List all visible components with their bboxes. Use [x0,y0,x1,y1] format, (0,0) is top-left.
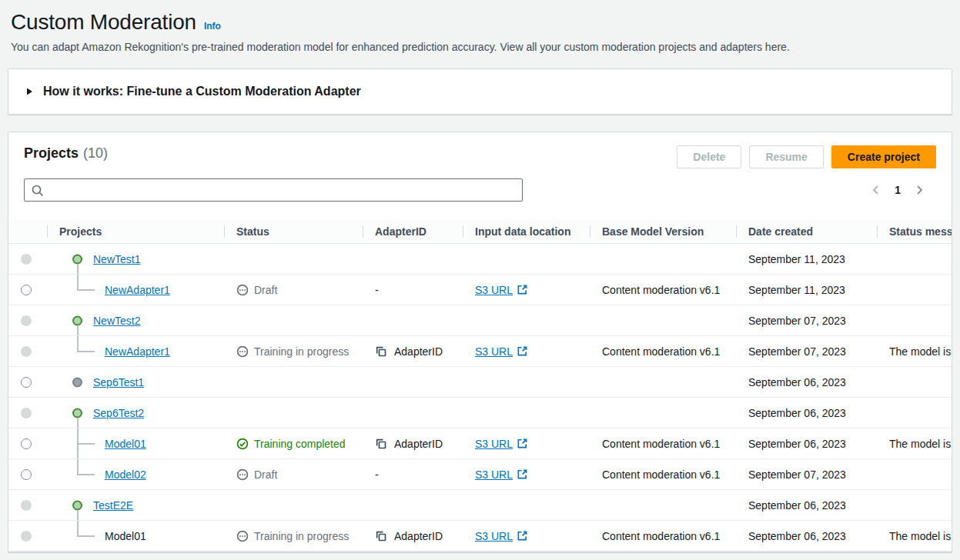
adapter-link[interactable]: NewAdapter1 [105,345,170,358]
project-link[interactable]: Sep6Test2 [93,407,144,419]
delete-button[interactable]: Delete [677,145,741,168]
s3-url-link[interactable]: S3 URL [475,284,528,296]
copy-adapter-id-button[interactable] [375,345,387,358]
current-page-number[interactable]: 1 [895,184,901,196]
tree-line [77,275,79,290]
base-model-cell: Content moderation v6.1 [590,275,736,305]
row-radio [21,346,32,357]
adapter-id-cell: AdapterID [375,530,443,542]
adapter-id-cell: - [375,284,379,296]
search-box [24,178,523,202]
search-input[interactable] [25,179,522,201]
row-radio [21,531,32,542]
expand-caret-icon [23,85,35,98]
column-header-projects: Projects [47,225,224,238]
project-link[interactable]: NewTest2 [93,315,140,327]
row-radio[interactable] [21,469,32,480]
status-message-cell [877,459,952,489]
column-header-input-data-location: Input data location [463,225,590,238]
s3-url-link[interactable]: S3 URL [475,468,528,481]
project-link[interactable]: TestE2E [93,499,133,512]
row-radio [21,315,32,326]
previous-page-button[interactable] [868,182,884,198]
projects-heading: Projects(10) [24,145,108,162]
table-row: NewAdapter1 Training in progress Adapter… [8,336,952,367]
tree-line [77,521,79,536]
table-row: Sep6Test2 September 06, 2023 [8,398,952,428]
tree-line [77,511,79,521]
page: Custom Moderation Info You can adapt Ama… [0,0,960,552]
status-cell: Training in progress [236,345,349,358]
projects-table: Projects Status AdapterID Input data loc… [8,220,952,552]
row-radio[interactable] [21,377,32,388]
table-header-row: Projects Status AdapterID Input data loc… [8,220,952,244]
tree-line [77,535,95,537]
project-link[interactable]: NewTest1 [93,253,140,265]
copy-icon [375,345,387,358]
base-model-cell: Content moderation v6.1 [590,428,736,458]
pagination: 1 [868,182,936,198]
row-radio[interactable] [21,438,32,449]
s3-url-link[interactable]: S3 URL [475,345,528,358]
row-radio[interactable] [21,285,32,295]
table-row: Model01 Training completed AdapterID [8,428,952,459]
project-node-icon [72,408,82,418]
date-created-cell: September 07, 2023 [736,336,877,366]
tree-line [77,443,95,445]
status-cell: Draft [236,468,277,481]
table-row: NewAdapter1 Draft - S3 URL Content moder… [8,275,952,305]
info-link[interactable]: Info [204,21,221,32]
date-created-cell: September 06, 2023 [736,398,877,428]
base-model-cell: Content moderation v6.1 [590,521,736,551]
pending-status-icon [236,468,249,481]
project-node-icon [72,377,82,387]
success-status-icon [236,438,249,450]
project-node-icon [72,500,82,510]
adapter-id-cell: AdapterID [375,438,443,450]
date-created-cell: September 06, 2023 [736,490,877,520]
create-project-button[interactable]: Create project [831,145,936,168]
page-description: You can adapt Amazon Rekognition's pre-t… [11,41,949,53]
tree-line [77,289,95,291]
external-link-icon [517,468,528,480]
base-model-cell: Content moderation v6.1 [590,336,736,366]
next-page-button[interactable] [911,182,927,198]
tree-line [77,418,79,428]
panel-actions: Delete Resume Create project [677,145,936,168]
pending-status-icon [236,530,249,542]
column-header-status: Status [224,225,363,238]
resume-button[interactable]: Resume [749,145,823,168]
column-header-status-message: Status message [877,225,952,238]
copy-adapter-id-button[interactable] [375,530,387,542]
tree-line [77,336,79,352]
status-cell: Draft [236,284,277,296]
chevron-right-icon [913,184,925,196]
copy-icon [375,530,387,542]
date-created-cell: September 07, 2023 [736,305,877,335]
external-link-icon [517,284,528,295]
how-it-works-expander[interactable]: How it works: Fine-tune a Custom Moderat… [8,68,952,115]
adapter-id-cell: - [375,468,379,481]
external-link-icon [517,530,528,542]
table-row: Model01 Training in progress AdapterID [8,521,952,552]
adapter-link[interactable]: Model02 [105,468,146,481]
pending-status-icon [236,284,249,296]
chevron-left-icon [870,184,882,196]
base-model-cell: Content moderation v6.1 [590,459,736,489]
status-message-cell: The model is [877,521,952,551]
external-link-icon [517,345,528,357]
pending-status-icon [236,345,249,358]
adapter-link[interactable]: Model01 [105,438,146,450]
date-created-cell: September 07, 2023 [736,459,877,489]
status-message-cell: The model is [877,428,952,458]
copy-adapter-id-button[interactable] [375,438,387,450]
column-header-date-created: Date created [736,225,877,238]
s3-url-link[interactable]: S3 URL [475,530,528,542]
s3-url-link[interactable]: S3 URL [475,438,528,450]
status-cell: Training in progress [236,530,349,542]
projects-count: (10) [83,145,108,161]
adapter-link[interactable]: NewAdapter1 [105,284,170,296]
project-node-icon [72,254,82,264]
date-created-cell: September 06, 2023 [736,428,877,458]
project-link[interactable]: Sep6Test1 [93,376,144,388]
